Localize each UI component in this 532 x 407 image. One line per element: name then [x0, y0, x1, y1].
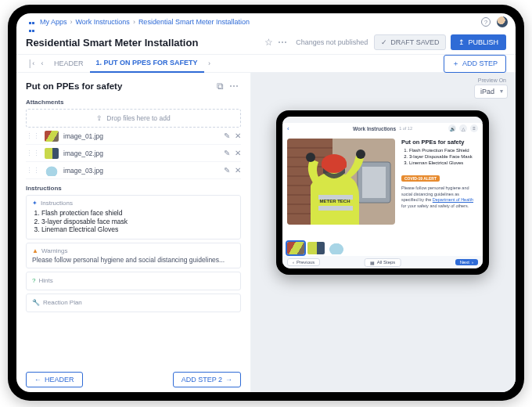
preview-header: ‹ Work Instructions 1 of 12 🔊 △ ≡ [282, 123, 483, 134]
edit-icon[interactable]: ✎ [224, 166, 230, 175]
menu-icon[interactable]: ≡ [470, 124, 478, 132]
speaker-icon[interactable]: 🔊 [448, 124, 456, 132]
share-icon[interactable]: △ [459, 124, 467, 132]
attachment-name: image_02.jpg [63, 149, 219, 157]
more-icon[interactable]: ⋯ [275, 35, 289, 49]
instruction-item: Flash protection face shield [41, 209, 235, 218]
draft-saved-button[interactable]: ✓ DRAFT SAVED [374, 34, 446, 50]
chevron-right-icon: › [70, 18, 73, 26]
attachment-name: image_03.jpg [63, 167, 219, 175]
add-step-button[interactable]: ＋ ADD STEP [444, 55, 506, 73]
delete-icon[interactable]: ✕ [235, 149, 241, 157]
warning-text: Please follow personal hygiene and socia… [32, 256, 235, 264]
step-title: Put on PPEs for safety [26, 81, 213, 91]
instructions-label: Instructions [26, 185, 241, 192]
title-bar: Residential Smart Meter Installation ☆ ⋯… [16, 31, 516, 54]
step-tabs: │‹ ‹ HEADER 1. PUT ON PPES FOR SAFETY › … [16, 54, 516, 73]
sparkle-icon: ✦ [32, 200, 38, 207]
edit-icon[interactable]: ✎ [224, 149, 230, 157]
attachments-dropzone[interactable]: ⇪ Drop files here to add [26, 109, 241, 128]
preview-thumb[interactable] [307, 242, 325, 254]
copy-icon[interactable]: ⧉ [213, 79, 227, 93]
wrench-icon: 🔧 [32, 299, 40, 306]
preview-image: METER TECH [287, 139, 395, 225]
warnings-card[interactable]: ▲Warnings Please follow personal hygiene… [26, 243, 241, 268]
apps-grid-icon[interactable] [29, 19, 35, 25]
arrow-left-icon: ← [34, 376, 41, 384]
breadcrumb-myapps[interactable]: My Apps [40, 18, 67, 26]
preview-thumb[interactable] [328, 242, 345, 254]
check-icon: ✓ [381, 38, 387, 46]
preview-panel: Preview On iPad ‹ Work Instructions 1 of… [251, 73, 516, 392]
preview-next-button[interactable]: Next› [455, 259, 478, 265]
breadcrumb: My Apps › Work Instructions › Residentia… [16, 13, 516, 31]
preview-footer: ‹Previous ▦All Steps Next› [282, 256, 483, 268]
step-more-icon[interactable]: ⋯ [227, 79, 241, 93]
delete-icon[interactable]: ✕ [235, 131, 241, 140]
tabs-prev-icon[interactable]: ‹ [37, 59, 48, 67]
preview-prev-button[interactable]: ‹Previous [287, 258, 320, 266]
next-step-button[interactable]: ADD STEP 2 → [173, 372, 241, 387]
back-icon[interactable]: ‹ [287, 125, 289, 132]
tabs-next-icon[interactable]: › [204, 59, 215, 67]
covid-badge: COVID-19 ALERT [401, 175, 440, 182]
chevron-left-icon: ‹ [293, 260, 294, 265]
publish-button[interactable]: ↥ PUBLISH [451, 34, 506, 50]
edit-icon[interactable]: ✎ [224, 131, 230, 140]
preview-thumb[interactable] [287, 242, 304, 254]
preview-instruction-item: Flash Protection Face Shield [409, 148, 476, 154]
preview-allsteps-button[interactable]: ▦All Steps [365, 258, 401, 267]
preview-step-title: Put on PPEs for safety [401, 139, 476, 146]
preview-on-label: Preview On [478, 77, 506, 83]
arrow-right-icon: → [225, 376, 232, 384]
chevron-right-icon: › [133, 18, 135, 26]
tabs-first-icon[interactable]: │‹ [26, 59, 37, 67]
drag-handle-icon[interactable]: ⋮⋮ [26, 149, 40, 157]
instruction-item: Lineman Electrical Gloves [41, 225, 235, 234]
app-screen: My Apps › Work Instructions › Residentia… [16, 13, 516, 392]
drag-handle-icon[interactable]: ⋮⋮ [26, 167, 40, 175]
upload-icon: ↥ [458, 38, 465, 46]
page-title: Residential Smart Meter Installation [26, 37, 198, 49]
drag-handle-icon[interactable]: ⋮⋮ [26, 132, 40, 140]
preview-device-select[interactable]: iPad [474, 85, 508, 99]
dept-health-link[interactable]: Department of Health [433, 197, 473, 202]
preview-instruction-item: Lineman Electrical Gloves [409, 160, 476, 167]
preview-progress: 1 of 12 [399, 126, 412, 131]
breadcrumb-workinstructions[interactable]: Work Instructions [76, 18, 130, 26]
delete-icon[interactable]: ✕ [235, 166, 241, 175]
preview-thumbnails [287, 242, 345, 254]
attachment-thumbnail[interactable] [45, 148, 59, 159]
instructions-card[interactable]: ✦Instructions Flash protection face shie… [26, 195, 241, 240]
attachment-thumbnail[interactable] [45, 165, 59, 176]
instruction-item: 3-layer disposable face mask [41, 218, 235, 226]
attachment-row: ⋮⋮ image_02.jpg ✎ ✕ [26, 145, 241, 162]
preview-instruction-item: 3-layer Disposable Face Mask [409, 154, 476, 160]
breadcrumb-current: Residential Smart Meter Installation [138, 18, 250, 26]
prev-step-button[interactable]: ← HEADER [26, 372, 83, 387]
tab-header[interactable]: HEADER [48, 59, 90, 67]
svg-point-14 [306, 153, 315, 162]
preview-screen: ‹ Work Instructions 1 of 12 🔊 △ ≡ [282, 117, 483, 268]
status-bar [282, 117, 483, 123]
preview-warning-text: Please follow personal hygiene and socia… [401, 185, 476, 209]
help-icon[interactable]: ? [481, 17, 491, 27]
attachment-thumbnail[interactable] [45, 131, 59, 142]
grid-icon: ▦ [370, 260, 375, 265]
svg-rect-17 [322, 162, 347, 168]
attachment-row: ⋮⋮ image_03.jpg ✎ ✕ [26, 162, 241, 179]
preview-device-frame: ‹ Work Instructions 1 of 12 🔊 △ ≡ [276, 110, 489, 275]
attachment-name: image_01.jpg [63, 132, 219, 140]
hints-card[interactable]: ?Hints [26, 272, 241, 290]
chevron-right-icon: › [472, 260, 473, 265]
warning-icon: ▲ [32, 247, 38, 254]
star-icon[interactable]: ☆ [261, 35, 275, 49]
attachments-label: Attachments [26, 99, 241, 106]
plus-icon: ＋ [452, 59, 459, 69]
attachment-row: ⋮⋮ image_01.jpg ✎ ✕ [26, 128, 241, 145]
avatar[interactable] [497, 16, 508, 27]
changes-status: Changes not published [296, 38, 368, 46]
vest-text: METER TECH [320, 199, 350, 204]
reaction-plan-card[interactable]: 🔧Reaction Plan [26, 294, 241, 312]
tab-step-1[interactable]: 1. PUT ON PPES FOR SAFETY [90, 54, 204, 73]
